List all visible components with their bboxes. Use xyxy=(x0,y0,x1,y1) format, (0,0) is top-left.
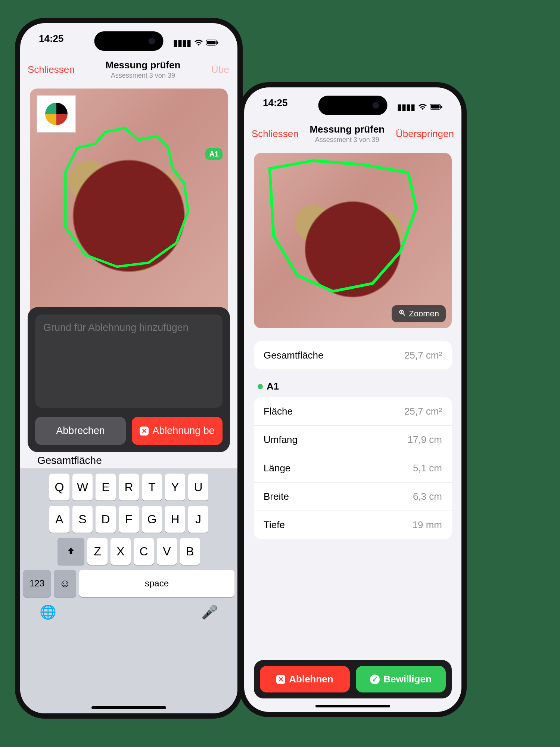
sheet-button-row: Abbrechen ✕ Ablehnung be xyxy=(35,417,223,445)
reject-label: Ablehnen xyxy=(289,673,333,685)
nav-title: Messung prüfen xyxy=(309,124,385,135)
total-area-value: 25,7 cm² xyxy=(404,350,442,361)
confirm-reject-button[interactable]: ✕ Ablehnung be xyxy=(132,417,223,445)
key[interactable]: S xyxy=(72,506,93,533)
metric-row: Umfang 17,9 cm xyxy=(254,425,452,454)
signal-icon: ▮▮▮▮ xyxy=(397,102,415,112)
x-icon: ✕ xyxy=(276,675,285,684)
wound-image[interactable]: A1 xyxy=(30,89,228,320)
key[interactable]: B xyxy=(180,538,200,565)
key[interactable]: E xyxy=(96,474,116,500)
measurement-content: Gesamtfläche 25,7 cm² A1 Fläche 25,7 cm²… xyxy=(254,341,452,648)
status-icons: ▮▮▮▮ xyxy=(397,97,443,117)
nav-title: Messung prüfen xyxy=(105,59,180,71)
key[interactable]: D xyxy=(96,506,116,533)
kb-row-3: Z X C V B xyxy=(23,538,234,565)
approve-label: Bewilligen xyxy=(383,673,432,685)
metric-label: Umfang xyxy=(264,434,298,446)
key[interactable]: J xyxy=(188,506,208,533)
signal-icon: ▮▮▮▮ xyxy=(173,38,191,48)
x-icon: ✕ xyxy=(140,427,149,436)
switch-key[interactable]: 123 xyxy=(23,570,51,597)
metric-row: Breite 6,3 cm xyxy=(254,482,452,511)
key[interactable]: C xyxy=(134,538,154,565)
screen-left: 14:25 ▮▮▮▮ Schliessen Messung prüfen Ass… xyxy=(20,23,237,713)
kb-row-2: A S D F G H J xyxy=(23,506,234,533)
space-key[interactable]: space xyxy=(79,570,234,597)
cancel-button[interactable]: Abbrechen xyxy=(35,417,126,445)
globe-icon[interactable]: 🌐 xyxy=(40,604,56,620)
status-time: 14:25 xyxy=(39,33,64,53)
key[interactable]: A xyxy=(49,506,69,533)
key[interactable]: Z xyxy=(87,538,108,565)
key[interactable]: V xyxy=(157,538,177,565)
summary-peek: Gesamtfläche xyxy=(37,455,102,467)
key[interactable]: X xyxy=(111,538,131,565)
nav-subtitle: Assessment 3 von 39 xyxy=(105,72,180,80)
svg-rect-2 xyxy=(217,41,218,44)
confirm-reject-label: Ablehnung be xyxy=(152,425,215,437)
metric-value: 5,1 cm xyxy=(413,462,442,474)
battery-icon xyxy=(430,102,443,112)
metric-row: Länge 5,1 cm xyxy=(254,454,452,482)
total-area-label: Gesamtfläche xyxy=(264,350,323,361)
metric-label: Tiefe xyxy=(264,519,285,531)
home-indicator[interactable] xyxy=(315,705,390,707)
check-icon: ✓ xyxy=(370,675,380,684)
region-metrics-card: Fläche 25,7 cm² Umfang 17,9 cm Länge 5,1… xyxy=(254,397,452,539)
key[interactable]: W xyxy=(72,474,93,500)
key[interactable]: G xyxy=(142,506,162,533)
home-indicator[interactable] xyxy=(91,706,166,709)
svg-rect-5 xyxy=(441,106,442,108)
metric-value: 19 mm xyxy=(413,519,442,531)
key[interactable]: T xyxy=(142,474,162,500)
key[interactable]: Q xyxy=(49,474,69,500)
dot-icon xyxy=(258,384,263,389)
region-group-label: A1 xyxy=(254,369,452,397)
wifi-icon xyxy=(418,102,427,112)
close-button[interactable]: Schliessen xyxy=(252,128,299,140)
metric-value: 6,3 cm xyxy=(413,491,442,502)
zoom-button[interactable]: Zoomen xyxy=(392,305,446,322)
region-badge: A1 xyxy=(205,148,223,160)
approve-button[interactable]: ✓ Bewilligen xyxy=(356,666,446,692)
reject-reason-input[interactable] xyxy=(35,314,223,408)
kb-row-4: 123 ☺ space xyxy=(23,570,234,597)
nav-subtitle: Assessment 3 von 39 xyxy=(309,136,385,144)
status-bar: 14:25 ▮▮▮▮ xyxy=(20,23,237,53)
status-icons: ▮▮▮▮ xyxy=(173,33,219,53)
magnifier-icon xyxy=(398,309,406,319)
nav-header: Schliessen Messung prüfen Assessment 3 v… xyxy=(244,118,461,149)
kb-row-1: Q W E R T Y U xyxy=(23,474,234,500)
wound-image[interactable]: Zoomen xyxy=(254,153,452,328)
metric-value: 25,7 cm² xyxy=(404,406,442,417)
phone-right: 14:25 ▮▮▮▮ Schliessen Messung prüfen Ass… xyxy=(239,82,467,717)
key[interactable]: F xyxy=(119,506,139,533)
skip-button[interactable]: Überspringen xyxy=(211,64,230,75)
mic-icon[interactable]: 🎤 xyxy=(201,604,218,620)
metric-label: Länge xyxy=(264,462,290,474)
emoji-key[interactable]: ☺ xyxy=(54,570,76,597)
wifi-icon xyxy=(194,38,203,48)
key[interactable]: Y xyxy=(165,474,185,500)
svg-rect-4 xyxy=(431,105,440,109)
shift-key[interactable] xyxy=(57,538,84,565)
key[interactable]: U xyxy=(188,474,208,500)
close-button[interactable]: Schliessen xyxy=(28,64,75,75)
key[interactable]: R xyxy=(119,474,139,500)
nav-title-block: Messung prüfen Assessment 3 von 39 xyxy=(105,59,180,80)
svg-rect-1 xyxy=(207,41,216,44)
metric-label: Fläche xyxy=(264,406,293,417)
key[interactable]: H xyxy=(165,506,185,533)
phone-left: 14:25 ▮▮▮▮ Schliessen Messung prüfen Ass… xyxy=(15,18,243,719)
ios-keyboard: Q W E R T Y U A S D F G H J Z xyxy=(20,468,237,713)
reject-button[interactable]: ✕ Ablehnen xyxy=(260,666,350,692)
battery-icon xyxy=(206,38,219,48)
zoom-label: Zoomen xyxy=(409,309,439,319)
reject-reason-sheet: Abbrechen ✕ Ablehnung be xyxy=(28,307,230,452)
kb-footer: 🌐 🎤 xyxy=(23,602,234,620)
region-name: A1 xyxy=(267,381,279,392)
total-area-card: Gesamtfläche 25,7 cm² xyxy=(254,341,452,369)
skip-button[interactable]: Überspringen xyxy=(396,128,454,140)
wound-outline xyxy=(254,153,452,328)
